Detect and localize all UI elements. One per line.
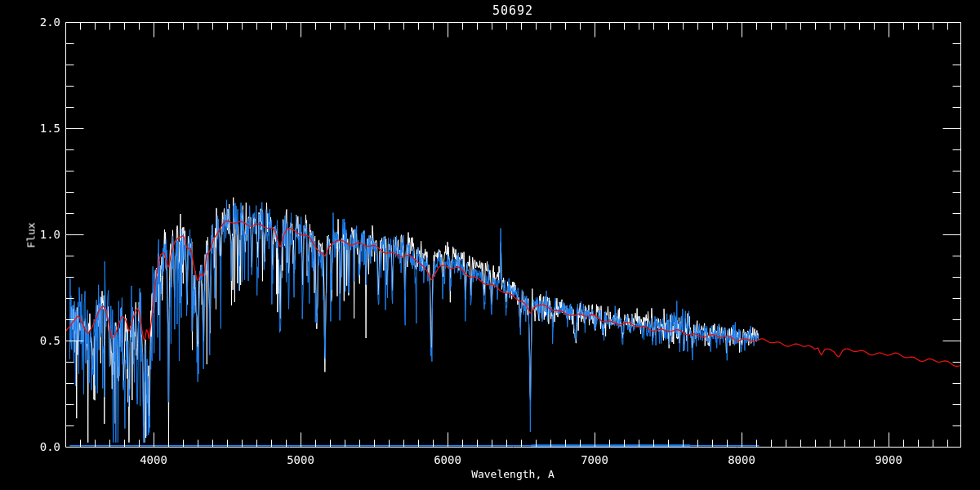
y-tick-label-0.0: 0.0: [23, 440, 60, 453]
x-tick-label-7000: 7000: [570, 453, 619, 466]
y-tick-label-2.0: 2.0: [23, 16, 60, 29]
y-tick-label-1.0: 1.0: [23, 228, 60, 241]
plot-title: 50692: [0, 3, 980, 18]
spectrum-plot-window: 50692 Wavelength, A Flux 4000 5000 6000 …: [0, 0, 980, 490]
x-tick-label-8000: 8000: [717, 453, 766, 466]
x-tick-label-5000: 5000: [276, 453, 325, 466]
x-tick-label-4000: 4000: [129, 453, 178, 466]
y-tick-label-0.5: 0.5: [23, 334, 60, 347]
spectrum-canvas: [0, 0, 980, 490]
y-tick-label-1.5: 1.5: [23, 122, 60, 135]
x-tick-label-9000: 9000: [864, 453, 913, 466]
x-axis-label: Wavelength, A: [0, 468, 980, 480]
x-tick-label-6000: 6000: [423, 453, 472, 466]
